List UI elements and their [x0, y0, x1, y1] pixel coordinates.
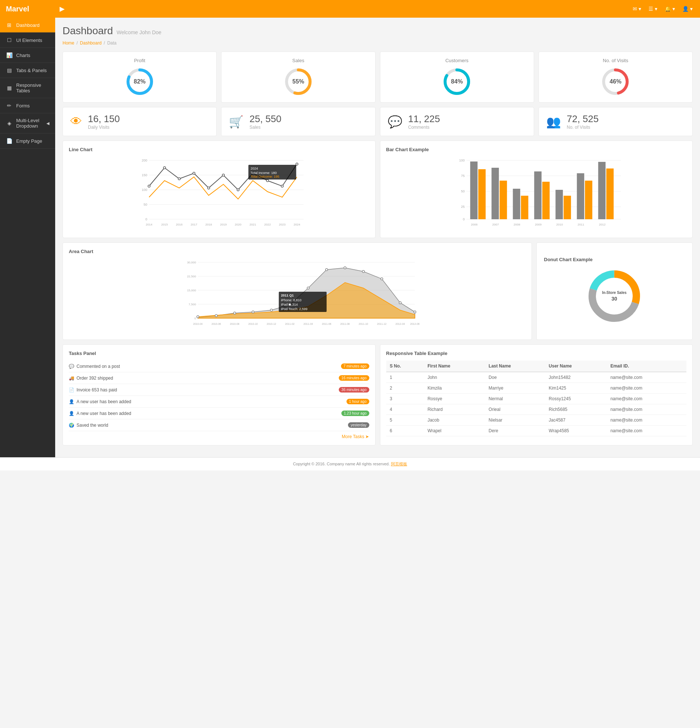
svg-text:2011 Q1: 2011 Q1	[281, 293, 294, 297]
breadcrumb-home[interactable]: Home	[62, 40, 74, 46]
svg-text:2010-10: 2010-10	[248, 323, 258, 325]
sidebar-label-ui: UI Elements	[16, 38, 49, 43]
tabs-icon: ▤	[6, 67, 13, 73]
svg-text:2017: 2017	[191, 223, 197, 226]
customers-label: Customers	[446, 58, 469, 63]
user-icon-2: 👤	[69, 411, 74, 416]
table-cell: Richard	[424, 404, 485, 415]
svg-text:In-Store Sales: In-Store Sales	[602, 290, 627, 295]
table-cell: 3	[386, 394, 424, 404]
svg-text:2011-12: 2011-12	[377, 323, 387, 325]
svg-text:2011: 2011	[577, 223, 584, 226]
svg-point-28	[296, 163, 298, 165]
menu-button[interactable]: ☰ ▾	[645, 4, 660, 14]
novisits-num: 72, 525	[567, 113, 599, 125]
email-button[interactable]: ✉ ▾	[630, 4, 644, 14]
table-cell: 2	[386, 383, 424, 394]
svg-point-104	[414, 311, 416, 313]
svg-text:2011-10: 2011-10	[359, 323, 368, 325]
tasks-title: Tasks Panel	[69, 351, 369, 356]
sales-pct: 55%	[292, 78, 304, 85]
forms-icon: ✏	[6, 103, 13, 108]
invoice-icon: 📄	[69, 387, 74, 393]
task-item-2: 🚚 Order 392 shipped 16 minutes ago	[69, 372, 369, 384]
page-subtitle: Welcome John Doe	[117, 29, 162, 35]
stat-card-customers: Customers 84%	[380, 52, 534, 103]
svg-text:iPhone: 8,810: iPhone: 8,810	[281, 298, 302, 302]
svg-point-24	[237, 189, 239, 191]
svg-point-97	[289, 303, 291, 306]
visits-label: No. of Visits	[603, 58, 628, 63]
table-cell: 1	[386, 372, 424, 383]
sidebar-item-multilevel[interactable]: ◈ Multi-Level Dropdown ◀	[0, 113, 55, 134]
task-item-5: 👤 A new user has been added 1.23 hour ag…	[69, 407, 369, 419]
task-badge-4: 1 hour ago	[346, 399, 369, 404]
table-row: 2KimzilaMarriyeKim1425name@site.com	[386, 383, 687, 394]
svg-text:0: 0	[145, 217, 147, 221]
svg-point-23	[222, 174, 224, 176]
responsive-table: S No. First Name Last Name User Name Ema…	[386, 361, 687, 436]
sidebar-item-tables[interactable]: ▦ Responsive Tables	[0, 78, 55, 98]
svg-text:100: 100	[141, 188, 147, 192]
table-cell: Jacob	[424, 415, 485, 426]
sidebar-item-dashboard[interactable]: ⊞ Dashboard	[0, 18, 55, 33]
dashboard-icon: ⊞	[6, 22, 13, 28]
daily-visits-label: Daily Visits	[88, 125, 120, 130]
sidebar-item-charts[interactable]: 📊 Charts	[0, 48, 55, 63]
task-text-1: 💬 Commented on a post	[69, 364, 120, 369]
stat-card2-comments: 💬 11, 225 Comments	[380, 107, 534, 136]
table-cell: Orieal	[485, 404, 545, 415]
svg-text:75: 75	[461, 174, 465, 178]
charts-icon: 📊	[6, 52, 13, 58]
line-chart-title: Line Chart	[69, 147, 369, 152]
svg-rect-59	[521, 196, 528, 219]
svg-rect-61	[542, 182, 550, 219]
more-tasks-link[interactable]: More Tasks ➤	[69, 434, 369, 439]
bar-chart-panel: Bar Chart Example 100 75 50 25 0	[380, 140, 693, 238]
svg-text:7,500: 7,500	[189, 303, 196, 306]
sidebar-item-empty[interactable]: 📄 Empty Page	[0, 134, 55, 149]
svg-text:2010-04: 2010-04	[193, 323, 203, 325]
brand-logo: Marvel	[0, 5, 55, 13]
sidebar-label-empty: Empty Page	[16, 138, 49, 144]
sidebar-label-dashboard: Dashboard	[16, 22, 49, 28]
table-body: 1JohnDoeJohn15482name@site.com2KimzilaMa…	[386, 372, 687, 436]
comment-icon-1: 💬	[69, 364, 74, 369]
th-sno: S No.	[386, 361, 424, 372]
svg-rect-64	[577, 173, 584, 219]
sidebar-item-forms[interactable]: ✏ Forms	[0, 98, 55, 113]
sidebar-item-tabs[interactable]: ▤ Tabs & Panels	[0, 63, 55, 78]
bell-button[interactable]: 🔔 ▾	[662, 4, 678, 14]
svg-rect-58	[513, 189, 520, 219]
svg-point-102	[381, 278, 383, 280]
table-row: 5JacobNielsarJac4587name@site.com	[386, 415, 687, 426]
sidebar-toggle[interactable]: ▶	[55, 5, 69, 13]
ui-icon: ☐	[6, 37, 13, 43]
comment-icon: 💬	[388, 115, 403, 129]
svg-rect-65	[585, 181, 592, 219]
svg-text:200: 200	[141, 159, 147, 162]
svg-text:Total Outcome: 195: Total Outcome: 195	[251, 175, 279, 178]
table-cell: Jac4587	[545, 415, 607, 426]
svg-point-20	[178, 178, 180, 180]
breadcrumb-dashboard[interactable]: Dashboard	[80, 40, 101, 46]
svg-text:2011-06: 2011-06	[322, 323, 331, 325]
svg-text:2012-06: 2012-06	[410, 323, 420, 325]
svg-text:0: 0	[463, 217, 465, 221]
bottom-row: Tasks Panel 💬 Commented on a post 7 minu…	[62, 344, 693, 445]
comments-label: Comments	[408, 125, 440, 130]
task-list: 💬 Commented on a post 7 minutes ago 🚚 Or…	[69, 361, 369, 431]
cart-icon: 🛒	[229, 115, 244, 129]
table-cell: Nielsar	[485, 415, 545, 426]
sidebar: ⊞ Dashboard ☐ UI Elements 📊 Charts ▤ Tab…	[0, 18, 55, 457]
footer: Copyright © 2016. Company name All right…	[0, 457, 700, 471]
table-cell: Dere	[485, 426, 545, 436]
svg-text:2010-08: 2010-08	[230, 323, 240, 325]
sidebar-item-ui-elements[interactable]: ☐ UI Elements	[0, 33, 55, 48]
table-cell: John15482	[545, 372, 607, 383]
table-title: Responsive Table Example	[386, 351, 687, 356]
footer-link[interactable]: 阿页模板	[391, 462, 407, 466]
svg-text:30,000: 30,000	[187, 261, 196, 264]
user-button[interactable]: 👤 ▾	[680, 4, 696, 14]
sales-info: 25, 550 Sales	[250, 113, 281, 130]
